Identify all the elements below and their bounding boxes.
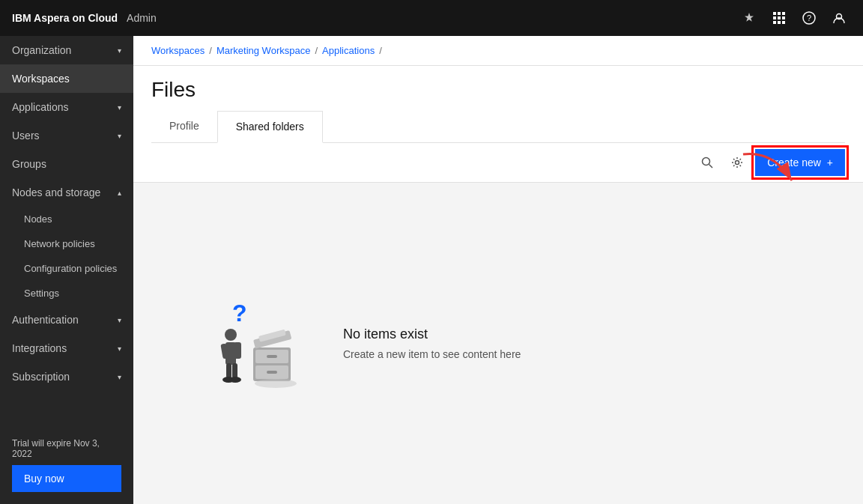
admin-label: Admin: [127, 12, 157, 24]
svg-rect-4: [778, 16, 781, 19]
breadcrumb-marketing-workspace[interactable]: Marketing Workspace: [216, 45, 310, 56]
svg-point-12: [703, 158, 710, 166]
svg-rect-20: [234, 342, 241, 359]
svg-point-24: [229, 377, 241, 383]
sidebar-item-label: Integrations: [12, 342, 67, 354]
svg-rect-22: [232, 363, 237, 378]
svg-rect-1: [778, 12, 781, 15]
empty-state: ?: [133, 183, 863, 504]
svg-rect-28: [267, 355, 277, 358]
empty-text-block: No items exist Create a new item to see …: [343, 327, 521, 360]
sidebar-footer: Trial will expire Nov 3, 2022 Buy now: [0, 426, 133, 504]
trial-text: Trial will expire Nov 3, 2022: [12, 438, 121, 459]
svg-point-32: [255, 379, 297, 388]
sidebar-item-label: Workspaces: [12, 73, 70, 85]
svg-rect-6: [773, 21, 776, 24]
waffle-icon[interactable]: [767, 6, 791, 30]
breadcrumb: Workspaces / Marketing Workspace / Appli…: [133, 36, 863, 66]
empty-state-subtitle: Create a new item to see content here: [343, 348, 521, 360]
chevron-down-icon: ▾: [118, 373, 121, 381]
chevron-down-icon: ▾: [118, 132, 121, 140]
top-nav-left: IBM Aspera on Cloud Admin: [12, 12, 157, 24]
chevron-down-icon: ▾: [118, 316, 121, 324]
sidebar-item-authentication[interactable]: Authentication ▾: [0, 306, 133, 334]
sidebar-item-groups[interactable]: Groups: [0, 150, 133, 178]
sidebar-item-label: Nodes and storage: [12, 186, 100, 198]
breadcrumb-applications[interactable]: Applications: [322, 45, 375, 56]
sidebar: Organization ▾ Workspaces Applications ▾…: [0, 36, 133, 504]
sidebar-sub-item-configuration-policies[interactable]: Configuration policies: [0, 256, 133, 281]
svg-text:?: ?: [807, 13, 811, 22]
breadcrumb-sep-1: /: [209, 45, 212, 56]
chevron-down-icon: ▾: [118, 46, 121, 55]
sidebar-item-integrations[interactable]: Integrations ▾: [0, 334, 133, 362]
sidebar-item-label: Authentication: [12, 314, 79, 326]
breadcrumb-sep-3: /: [379, 45, 382, 56]
svg-point-17: [225, 329, 237, 341]
content-area: Workspaces / Marketing Workspace / Appli…: [133, 36, 863, 504]
svg-text:?: ?: [232, 300, 247, 327]
svg-rect-7: [778, 21, 781, 24]
sidebar-item-label: Organization: [12, 44, 71, 56]
page-title: Files: [151, 78, 845, 102]
svg-rect-21: [226, 363, 231, 378]
svg-point-14: [736, 161, 739, 165]
svg-rect-8: [782, 21, 785, 24]
user-icon[interactable]: [827, 6, 851, 30]
svg-rect-5: [782, 16, 785, 19]
sidebar-sub-item-settings[interactable]: Settings: [0, 281, 133, 306]
svg-rect-3: [773, 16, 776, 19]
sidebar-item-label: Subscription: [12, 371, 70, 383]
plus-icon: +: [827, 157, 833, 168]
svg-rect-29: [267, 371, 277, 374]
tab-profile[interactable]: Profile: [151, 111, 217, 143]
sidebar-item-applications[interactable]: Applications ▾: [0, 93, 133, 121]
tabs: Profile Shared folders: [151, 111, 845, 143]
chevron-up-icon: ▴: [118, 189, 121, 197]
sidebar-item-label: Users: [12, 130, 40, 142]
sidebar-item-workspaces[interactable]: Workspaces: [0, 64, 133, 93]
buy-now-button[interactable]: Buy now: [12, 465, 121, 492]
svg-rect-2: [782, 12, 785, 15]
chevron-down-icon: ▾: [118, 344, 121, 353]
search-icon[interactable]: [695, 151, 719, 174]
breadcrumb-sep-2: /: [315, 45, 318, 56]
top-nav: IBM Aspera on Cloud Admin ?: [0, 0, 863, 36]
sidebar-item-organization[interactable]: Organization ▾: [0, 36, 133, 64]
sidebar-item-label: Groups: [12, 158, 46, 170]
brand-rest: Aspera on Cloud: [31, 12, 118, 24]
sidebar-item-users[interactable]: Users ▾: [0, 121, 133, 150]
brand-bold: IBM: [12, 12, 31, 24]
sidebar-sub-item-network-policies[interactable]: Network policies: [0, 231, 133, 256]
help-icon[interactable]: ?: [797, 6, 821, 30]
svg-rect-0: [773, 12, 776, 15]
create-new-button[interactable]: Create new +: [755, 149, 845, 176]
main-layout: Organization ▾ Workspaces Applications ▾…: [0, 36, 863, 504]
toolbar: Create new +: [133, 143, 863, 183]
chevron-down-icon: ▾: [118, 103, 121, 112]
spark-icon[interactable]: [737, 6, 761, 30]
app-brand: IBM Aspera on Cloud: [12, 12, 118, 24]
breadcrumb-workspaces[interactable]: Workspaces: [151, 45, 205, 56]
create-new-button-wrapper: Create new +: [755, 149, 845, 176]
top-nav-right: ?: [737, 6, 851, 30]
page-header: Files Profile Shared folders: [133, 66, 863, 143]
sidebar-item-nodes-storage[interactable]: Nodes and storage ▴: [0, 178, 133, 207]
empty-illustration: ?: [193, 284, 313, 404]
sidebar-sub-item-nodes[interactable]: Nodes: [0, 207, 133, 231]
sidebar-item-label: Applications: [12, 101, 69, 113]
tab-shared-folders[interactable]: Shared folders: [217, 111, 323, 143]
empty-state-title: No items exist: [343, 327, 521, 342]
settings-icon[interactable]: [725, 151, 749, 174]
svg-line-13: [709, 165, 713, 168]
sidebar-item-subscription[interactable]: Subscription ▾: [0, 362, 133, 391]
